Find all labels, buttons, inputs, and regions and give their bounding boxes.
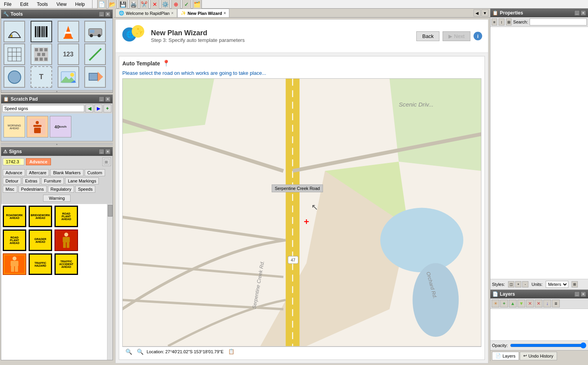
prop-sort-icon[interactable]: ↕ (499, 18, 504, 25)
tools-panel-minimize[interactable]: _ (99, 11, 104, 17)
wizard-back-button[interactable]: Back (416, 31, 439, 41)
layer-tool-1[interactable]: ☀ (492, 300, 499, 307)
signs-panel-close[interactable]: × (105, 149, 111, 154)
filter-blank-markers[interactable]: Blank Markers (50, 169, 83, 176)
tabs-scroll-left[interactable]: ◀ (474, 9, 481, 16)
vehicle-tool[interactable] (84, 21, 106, 42)
toolbar-cut[interactable]: ✂️ (140, 0, 149, 9)
scratch-pad-next[interactable]: ▶ (94, 105, 102, 112)
sign-bridgework-ahead[interactable]: BRIDGEWORKAHEAD (29, 206, 52, 227)
signs-panel-minimize[interactable]: _ (99, 149, 104, 154)
bottom-tab-layers[interactable]: 📄 Layers (492, 352, 519, 360)
signs-scrollbar[interactable] (107, 204, 113, 360)
scratch-item-0[interactable]: MORNINGAHEAD (4, 116, 25, 137)
menu-edit[interactable]: Edit (18, 1, 31, 8)
filter-advance[interactable]: Advance (3, 169, 25, 176)
scratch-pad-resize[interactable] (1, 143, 113, 145)
filter-furniture[interactable]: Furniture (41, 177, 64, 184)
tools-panel-resize[interactable] (1, 90, 113, 92)
toolbar-new[interactable]: 📄 (97, 0, 107, 9)
toolbar-map[interactable]: 🗂️ (192, 0, 202, 9)
signs-search-button[interactable]: ⊞ (102, 157, 111, 166)
prop-search-input[interactable] (530, 18, 587, 25)
scratch-pad-add[interactable]: + (103, 105, 111, 112)
menu-file[interactable]: File (2, 1, 14, 8)
menu-tools[interactable]: Tools (34, 1, 50, 8)
properties-minimize[interactable]: _ (574, 10, 580, 16)
units-copy-button[interactable]: ⊞ (572, 281, 578, 287)
opacity-slider[interactable] (510, 342, 586, 349)
wizard-info-button[interactable]: i (474, 32, 482, 40)
layer-tool-2[interactable]: + (500, 300, 508, 307)
toolbar-stop[interactable]: ✕ (150, 0, 160, 9)
transform-tool[interactable] (84, 66, 106, 88)
filter-extras[interactable]: Extras (22, 177, 40, 184)
scratch-pad-minimize[interactable]: _ (99, 96, 104, 102)
prop-list-icon[interactable]: ≡ (492, 18, 497, 25)
scratch-pad-prev[interactable]: ◀ (85, 105, 93, 112)
copy-location-icon[interactable]: 📋 (228, 349, 234, 354)
layers-close[interactable]: × (581, 291, 586, 297)
layer-tool-8[interactable]: ≡ (552, 300, 560, 307)
layers-minimize[interactable]: _ (574, 291, 580, 297)
menu-help[interactable]: Help (73, 1, 87, 8)
road-tool[interactable] (4, 21, 25, 42)
menu-view[interactable]: View (54, 1, 69, 8)
filter-detour[interactable]: Detour (3, 177, 21, 184)
toolbar-save[interactable]: 💾 (118, 0, 128, 9)
sign-worker-red[interactable] (54, 229, 78, 251)
circle-tool[interactable] (4, 66, 25, 88)
image-tool[interactable] (58, 66, 79, 88)
sign-worker-orange[interactable] (3, 253, 26, 275)
line-tool[interactable] (84, 43, 106, 65)
layer-tool-6[interactable]: ✕ (535, 300, 543, 307)
filter-lane-markings[interactable]: Lane Markings (65, 177, 99, 184)
layer-tool-3[interactable]: ▲ (509, 300, 517, 307)
wizard-next-button[interactable]: ▶ Next (443, 31, 470, 41)
style-btn-1[interactable]: ◫ (508, 281, 514, 287)
layer-tool-4[interactable]: ▼ (517, 300, 525, 307)
sign-roadwork-ahead[interactable]: ROADWORKAHEAD (3, 206, 26, 227)
filter-custom[interactable]: Custom (85, 169, 105, 176)
properties-close[interactable]: × (581, 10, 586, 16)
sign-traffic-accident-ahead[interactable]: TRAFFICACCIDENTAHEAD (54, 253, 78, 275)
style-btn-3[interactable]: - (522, 281, 528, 287)
prop-filter-icon[interactable]: ⊞ (506, 18, 512, 25)
pattern-tool[interactable] (31, 43, 52, 65)
tab-wizard[interactable]: ✨ New Plan Wizard × (177, 9, 230, 17)
sign-road-plant-ahead-2[interactable]: ROADPLANTAHEAD (3, 229, 26, 251)
scratch-item-1[interactable] (27, 116, 48, 137)
text-tool[interactable]: T (31, 66, 52, 88)
tab-welcome-close[interactable]: × (171, 11, 174, 15)
barcode-tool[interactable] (31, 21, 52, 42)
filter-speeds[interactable]: Speeds (75, 186, 95, 193)
style-btn-2[interactable]: + (515, 281, 521, 287)
tools-panel-close[interactable]: × (105, 11, 111, 17)
map-area[interactable]: Scenic Driv... Orchard Rd. Serpentine Cr… (122, 78, 481, 347)
zoom-in-icon[interactable]: 🔍 (125, 349, 132, 355)
number-tool[interactable]: 123 (58, 43, 79, 65)
sign-traffic-hazard[interactable]: TRAFFICHAZARD (29, 253, 52, 275)
filter-regulatory[interactable]: Regulatory (48, 186, 74, 193)
toolbar-settings[interactable]: ⚙️ (161, 0, 170, 9)
scratch-item-2[interactable]: 40km/h (50, 116, 71, 137)
filter-aftercare[interactable]: Aftercare (26, 169, 49, 176)
filter-warning[interactable]: Warning (43, 195, 71, 202)
grid-tool[interactable] (4, 43, 25, 65)
units-select[interactable]: Meters Feet Yards (546, 281, 568, 288)
tabs-scroll-right[interactable]: ▼ (481, 9, 488, 16)
zoom-out-icon[interactable]: 🔍 (137, 349, 143, 355)
filter-misc[interactable]: Misc (3, 186, 17, 193)
sign-grader-ahead[interactable]: GRADERAHEAD (29, 229, 52, 251)
cone-tool[interactable] (58, 21, 79, 42)
layer-tool-5[interactable]: ✕ (526, 300, 534, 307)
toolbar-print[interactable]: 🖨️ (129, 0, 138, 9)
tab-wizard-close[interactable]: × (223, 11, 226, 15)
toolbar-check[interactable]: ✓ (182, 0, 191, 9)
layer-tool-7[interactable]: ↓ (543, 300, 551, 307)
scratch-pad-close[interactable]: × (105, 96, 111, 102)
toolbar-add-red[interactable]: ⊕ (171, 0, 181, 9)
tab-welcome[interactable]: 🌐 Welcome to RapidPlan × (115, 9, 177, 17)
filter-pedestrians[interactable]: Pedestrians (18, 186, 47, 193)
bottom-tab-undo-history[interactable]: ↩ Undo History (520, 352, 557, 360)
